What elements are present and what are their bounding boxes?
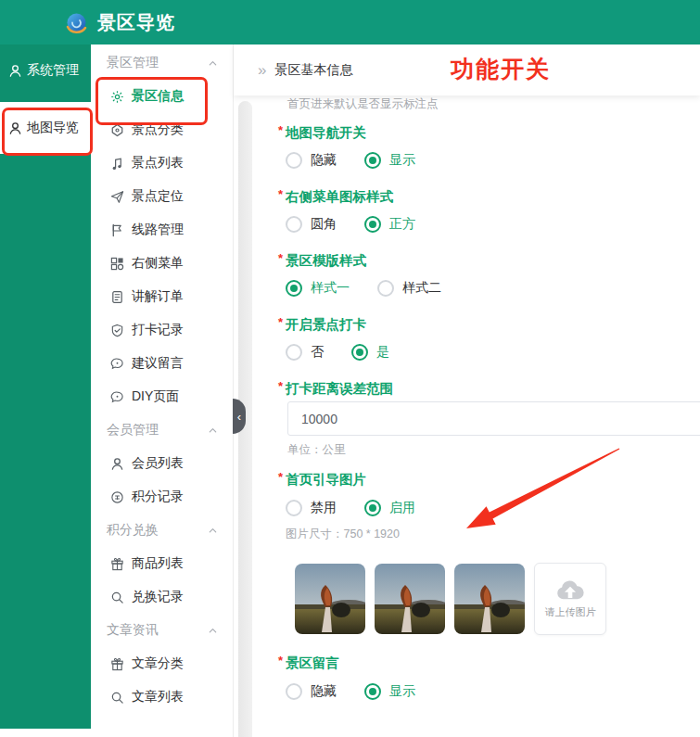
radio-group: 隐藏显示 (286, 683, 415, 700)
radio-selected[interactable] (364, 500, 381, 516)
sidebar-item-label: 景点分类 (132, 121, 184, 138)
radio-option[interactable]: 样式一 (286, 280, 350, 297)
sidebar-item[interactable]: 景点分类 (91, 113, 233, 146)
user-icon (110, 457, 124, 471)
primary-nav-rail: 系统管理 地图导览 (0, 44, 91, 729)
grid-icon (110, 257, 124, 271)
sidebar-item-label: 积分记录 (132, 489, 184, 505)
search-icon (110, 591, 124, 604)
radio-unselected[interactable] (286, 344, 302, 361)
menu-group-label: 文章资讯 (107, 622, 159, 639)
menu-group[interactable]: 景区管理 (91, 46, 233, 80)
radio-label: 圆角 (311, 216, 337, 233)
required-asterisk: * (278, 187, 283, 201)
menu-group[interactable]: 文章资讯 (91, 614, 233, 647)
radio-option[interactable]: 圆角 (286, 216, 337, 233)
radio-selected[interactable] (364, 152, 381, 169)
radio-label: 否 (311, 344, 324, 361)
landscape-photo (454, 564, 525, 634)
menu-group[interactable]: 会员管理 (91, 413, 233, 447)
field-label: * 首页引导图片 (278, 471, 366, 489)
field-label: * 右侧菜单图标样式 (278, 188, 393, 206)
doc-icon (110, 290, 124, 304)
sidebar-item[interactable]: 讲解订单 (91, 280, 233, 313)
guide-image-thumbnail[interactable] (454, 564, 525, 634)
guide-image-thumbnail[interactable] (375, 564, 445, 634)
field-label: * 地图导航开关 (278, 124, 366, 142)
distance-input[interactable] (287, 401, 700, 436)
sidebar-item[interactable]: 右侧菜单 (91, 247, 233, 280)
chevron-left-icon: ‹ (237, 410, 241, 424)
chevron-up-icon (208, 426, 218, 436)
sidebar-item[interactable]: DIY页面 (91, 380, 233, 413)
sidebar-item[interactable]: 文章分类 (91, 647, 233, 680)
radio-group: 禁用启用 (286, 500, 415, 516)
radio-option[interactable]: 显示 (364, 152, 415, 169)
top-header-bar: 景区导览 (0, 0, 700, 44)
compass-icon (110, 123, 124, 137)
radio-unselected[interactable] (286, 216, 302, 233)
menu-group[interactable]: 积分兑换 (91, 514, 233, 547)
required-asterisk: * (278, 470, 283, 484)
radio-unselected[interactable] (286, 152, 302, 169)
chevron-up-icon (208, 58, 218, 69)
sidebar-item[interactable]: 积分记录 (91, 480, 233, 514)
radio-option[interactable]: 禁用 (286, 500, 337, 516)
sidebar-item-label: 兑换记录 (132, 589, 184, 605)
chevron-up-icon (208, 526, 218, 536)
radio-label: 正方 (389, 216, 415, 233)
sidebar-item[interactable]: 线路管理 (91, 213, 233, 247)
upload-label: 请上传图片 (545, 605, 596, 619)
upload-box[interactable]: 请上传图片 (534, 563, 606, 635)
sidebar-item[interactable]: 建议留言 (91, 347, 233, 380)
rail-item-label: 系统管理 (27, 62, 79, 79)
radio-option[interactable]: 隐藏 (286, 152, 337, 169)
radio-selected[interactable] (364, 216, 381, 233)
user-icon (8, 121, 22, 135)
gift-icon (110, 657, 124, 671)
radio-group: 否是 (286, 344, 389, 361)
flag-icon (110, 223, 124, 237)
radio-label: 隐藏 (311, 683, 337, 700)
radio-option[interactable]: 样式二 (377, 280, 441, 297)
radio-option[interactable]: 启用 (364, 500, 415, 516)
image-size-hint: 图片尺寸：750 * 1920 (286, 527, 400, 542)
sidebar-item[interactable]: 兑换记录 (91, 580, 233, 614)
radio-option[interactable]: 正方 (364, 216, 415, 233)
sidebar-item-label: 景区信息 (132, 88, 184, 105)
radio-selected[interactable] (286, 280, 302, 297)
music-icon (110, 157, 124, 171)
sidebar-item[interactable]: 会员列表 (91, 447, 233, 480)
radio-option[interactable]: 隐藏 (286, 683, 337, 700)
guide-images-row: 请上传图片 (295, 563, 606, 635)
radio-unselected[interactable] (286, 500, 302, 516)
rail-item-map[interactable]: 地图导览 (0, 102, 91, 154)
landscape-photo (295, 564, 365, 634)
rail-item-system[interactable]: 系统管理 (0, 44, 91, 96)
user-icon (8, 64, 22, 78)
sidebar-item[interactable]: 景点列表 (91, 146, 233, 180)
guide-image-thumbnail[interactable] (295, 564, 365, 634)
sidebar-item[interactable]: 打卡记录 (91, 313, 233, 347)
sidebar-item-label: 文章列表 (132, 689, 184, 705)
radio-selected[interactable] (364, 683, 381, 700)
sidebar-item-label: 讲解订单 (132, 288, 184, 305)
radio-option[interactable]: 是 (351, 344, 389, 361)
sidebar-item-label: 景点定位 (132, 188, 184, 205)
radio-option[interactable]: 显示 (364, 683, 415, 700)
chat-icon (110, 390, 124, 404)
field-label: * 景区模版样式 (278, 252, 366, 270)
sidebar-item[interactable]: 景点定位 (91, 180, 233, 213)
menu-group-label: 积分兑换 (107, 522, 159, 539)
gift-icon (110, 557, 124, 571)
sidebar-item[interactable]: 商品列表 (91, 547, 233, 580)
check-icon (110, 324, 124, 337)
sidebar-item-label: 文章分类 (132, 655, 184, 672)
radio-unselected[interactable] (286, 683, 302, 700)
sidebar-item[interactable]: 景区信息 (91, 80, 233, 113)
radio-option[interactable]: 否 (286, 344, 324, 361)
sidebar-item[interactable]: 文章列表 (91, 680, 233, 714)
radio-selected[interactable] (351, 344, 368, 361)
app-window: 景区导览 系统管理 地图导览 景区管理景区信息景点分类景点列表景点定位线路管理右… (0, 0, 700, 737)
radio-unselected[interactable] (377, 280, 394, 297)
